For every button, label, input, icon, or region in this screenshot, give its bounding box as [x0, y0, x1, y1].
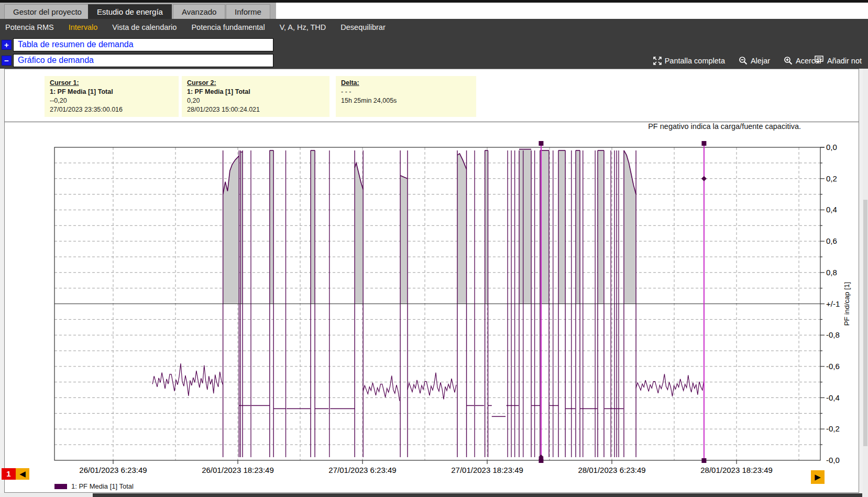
chart-legend: 1: PF Media [1] Total — [54, 482, 134, 490]
page-next-button[interactable]: ▶ — [811, 470, 825, 484]
nav-v-a-hz-thd[interactable]: V, A, Hz, THD — [280, 23, 326, 31]
svg-text:27/01/2023 6:23:49: 27/01/2023 6:23:49 — [328, 466, 396, 474]
collapse-icon[interactable]: − — [2, 56, 12, 66]
cursor-2-line[interactable] — [701, 141, 707, 463]
fullscreen-button[interactable]: Pantalla completa — [653, 57, 725, 65]
nav-potencia-rms[interactable]: Potencia RMS — [5, 23, 54, 31]
tab-gestor-del-proyecto[interactable]: Gestor del proyecto — [4, 4, 91, 19]
svg-text:28/01/2023 6:23:49: 28/01/2023 6:23:49 — [578, 466, 645, 474]
svg-text:0,2: 0,2 — [826, 174, 837, 183]
svg-text:26/01/2023 18:23:49: 26/01/2023 18:23:49 — [202, 466, 274, 474]
nav-intervalo[interactable]: Intervalo — [69, 23, 98, 31]
main-tab-bar: Gestor del proyecto Estudio de energía A… — [0, 3, 868, 19]
svg-text:0,4: 0,4 — [826, 205, 837, 214]
add-note-label: Añadir not — [827, 57, 862, 65]
vertical-scrollbar[interactable] — [863, 69, 868, 497]
vertical-scrollbar-thumb[interactable] — [863, 200, 867, 446]
svg-text:PF ind/cap [1]: PF ind/cap [1] — [843, 282, 851, 326]
add-note-icon — [815, 56, 824, 66]
svg-text:-0,8: -0,8 — [826, 330, 840, 339]
add-note-button[interactable]: Añadir not — [815, 54, 862, 67]
svg-text:-0,2: -0,2 — [826, 424, 840, 433]
nav-desequilibrar[interactable]: Desequilibrar — [340, 23, 385, 31]
demand-chart: 0,00,20,40,60,8+/-1-0,8-0,6-0,4-0,2-0,02… — [5, 69, 860, 493]
sub-nav-bar: Potencia RMS Intervalo Vista de calendar… — [0, 19, 868, 36]
summary-section-bar[interactable]: Tabla de resumen de demanda — [13, 38, 273, 51]
tab-informe[interactable]: Informe — [226, 4, 270, 19]
summary-section-title: Tabla de resumen de demanda — [18, 40, 134, 49]
svg-text:0,6: 0,6 — [826, 236, 837, 245]
chart-frame — [54, 147, 825, 464]
chart-section-title: Gráfico de demanda — [18, 56, 94, 65]
demand-chart-panel: Cursor 1: 1: PF Media [1] Total --0,20 2… — [4, 69, 859, 493]
svg-text:28/01/2023 18:23:49: 28/01/2023 18:23:49 — [700, 466, 773, 474]
zoom-in-icon — [784, 56, 793, 65]
tab-avanzado[interactable]: Avanzado — [173, 4, 225, 19]
fullscreen-label: Pantalla completa — [665, 57, 725, 65]
svg-text:-0,0: -0,0 — [826, 456, 840, 464]
chart-section-bar[interactable]: Gráfico de demanda — [13, 54, 273, 67]
summary-section-header: + Tabla de resumen de demanda — [0, 38, 868, 51]
arrow-left-icon: ◀ — [19, 469, 26, 478]
expand-icon[interactable]: + — [2, 40, 12, 50]
svg-text:26/01/2023 6:23:49: 26/01/2023 6:23:49 — [79, 466, 147, 474]
section-header-area: + Tabla de resumen de demanda − Gráfico … — [0, 36, 868, 69]
legend-swatch — [54, 484, 67, 489]
fullscreen-icon — [653, 57, 662, 65]
app-window: Gestor del proyecto Estudio de energía A… — [0, 0, 868, 497]
nav-potencia-fundamental[interactable]: Potencia fundamental — [191, 23, 265, 31]
arrow-right-icon: ▶ — [815, 472, 821, 481]
capacitive-fill-blocks — [223, 149, 636, 457]
page-number-badge: 1 — [2, 468, 16, 480]
page-prev-button[interactable]: ◀ — [16, 468, 29, 480]
svg-text:27/01/2023 18:23:49: 27/01/2023 18:23:49 — [451, 466, 523, 474]
svg-text:+/-1: +/-1 — [826, 299, 840, 308]
horizontal-scrollbar-thumb[interactable] — [93, 493, 862, 497]
zoom-out-button[interactable]: Alejar — [739, 56, 770, 65]
legend-label: 1: PF Media [1] Total — [71, 482, 134, 490]
nav-vista-de-calendario[interactable]: Vista de calendario — [112, 23, 177, 31]
chart-toolbar: Pantalla completa Alejar — [653, 54, 822, 67]
svg-text:-0,6: -0,6 — [826, 362, 840, 371]
zoom-out-icon — [739, 56, 748, 65]
zoom-out-label: Alejar — [751, 57, 770, 65]
svg-text:0,8: 0,8 — [826, 268, 837, 277]
svg-text:0,0: 0,0 — [826, 143, 837, 152]
horizontal-scrollbar[interactable] — [0, 493, 868, 497]
tab-estudio-de-energia[interactable]: Estudio de energía — [88, 4, 172, 19]
svg-text:-0,4: -0,4 — [826, 393, 840, 402]
